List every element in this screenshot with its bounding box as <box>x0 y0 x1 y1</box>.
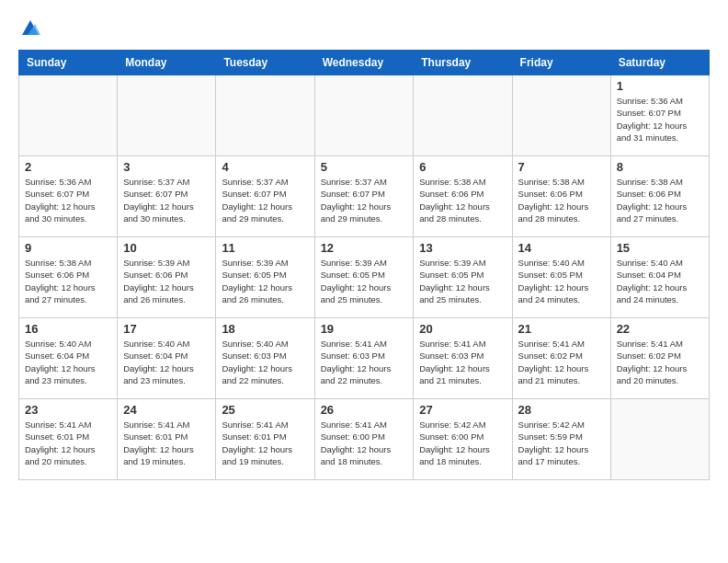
calendar-cell: 12Sunrise: 5:39 AM Sunset: 6:05 PM Dayli… <box>314 237 414 318</box>
day-info: Sunrise: 5:36 AM Sunset: 6:07 PM Dayligh… <box>617 95 703 144</box>
day-info: Sunrise: 5:38 AM Sunset: 6:06 PM Dayligh… <box>518 176 605 224</box>
day-info: Sunrise: 5:37 AM Sunset: 6:07 PM Dayligh… <box>321 176 408 224</box>
day-info: Sunrise: 5:41 AM Sunset: 6:00 PM Dayligh… <box>321 419 408 467</box>
calendar-cell: 13Sunrise: 5:39 AM Sunset: 6:05 PM Dayli… <box>414 237 512 318</box>
calendar-cell: 17Sunrise: 5:40 AM Sunset: 6:04 PM Dayli… <box>118 318 216 399</box>
calendar-cell: 4Sunrise: 5:37 AM Sunset: 6:07 PM Daylig… <box>216 156 314 237</box>
calendar-cell: 25Sunrise: 5:41 AM Sunset: 6:01 PM Dayli… <box>216 399 314 480</box>
day-number: 22 <box>617 322 703 336</box>
day-info: Sunrise: 5:38 AM Sunset: 6:06 PM Dayligh… <box>617 176 703 224</box>
day-number: 28 <box>518 403 605 417</box>
day-info: Sunrise: 5:42 AM Sunset: 5:59 PM Dayligh… <box>518 419 605 467</box>
day-number: 25 <box>222 403 308 417</box>
day-info: Sunrise: 5:42 AM Sunset: 6:00 PM Dayligh… <box>419 419 506 467</box>
day-info: Sunrise: 5:39 AM Sunset: 6:05 PM Dayligh… <box>321 257 408 305</box>
calendar-cell: 22Sunrise: 5:41 AM Sunset: 6:02 PM Dayli… <box>610 318 709 399</box>
calendar-cell: 21Sunrise: 5:41 AM Sunset: 6:02 PM Dayli… <box>512 318 610 399</box>
calendar-cell: 14Sunrise: 5:40 AM Sunset: 6:05 PM Dayli… <box>512 237 610 318</box>
calendar-header-row: SundayMondayTuesdayWednesdayThursdayFrid… <box>19 51 710 75</box>
day-info: Sunrise: 5:36 AM Sunset: 6:07 PM Dayligh… <box>25 176 111 224</box>
calendar-cell: 7Sunrise: 5:38 AM Sunset: 6:06 PM Daylig… <box>512 156 610 237</box>
day-info: Sunrise: 5:41 AM Sunset: 6:01 PM Dayligh… <box>222 419 308 467</box>
calendar-week-row: 9Sunrise: 5:38 AM Sunset: 6:06 PM Daylig… <box>19 237 710 318</box>
weekday-header: Monday <box>118 51 216 75</box>
day-number: 19 <box>321 322 408 336</box>
calendar-cell <box>216 75 314 156</box>
day-number: 27 <box>419 403 506 417</box>
day-info: Sunrise: 5:40 AM Sunset: 6:04 PM Dayligh… <box>25 338 111 386</box>
calendar-week-row: 1Sunrise: 5:36 AM Sunset: 6:07 PM Daylig… <box>19 75 710 156</box>
day-info: Sunrise: 5:38 AM Sunset: 6:06 PM Dayligh… <box>419 176 506 224</box>
calendar-cell: 3Sunrise: 5:37 AM Sunset: 6:07 PM Daylig… <box>118 156 216 237</box>
day-info: Sunrise: 5:37 AM Sunset: 6:07 PM Dayligh… <box>222 176 308 224</box>
calendar-week-row: 16Sunrise: 5:40 AM Sunset: 6:04 PM Dayli… <box>19 318 710 399</box>
calendar-cell: 28Sunrise: 5:42 AM Sunset: 5:59 PM Dayli… <box>512 399 610 480</box>
day-number: 20 <box>419 322 506 336</box>
day-info: Sunrise: 5:40 AM Sunset: 6:03 PM Dayligh… <box>222 338 308 386</box>
calendar-cell: 19Sunrise: 5:41 AM Sunset: 6:03 PM Dayli… <box>314 318 414 399</box>
logo-icon <box>20 18 40 37</box>
day-number: 10 <box>123 241 210 255</box>
day-number: 8 <box>617 160 703 174</box>
day-number: 21 <box>518 322 605 336</box>
day-number: 1 <box>617 79 703 93</box>
calendar-cell: 11Sunrise: 5:39 AM Sunset: 6:05 PM Dayli… <box>216 237 314 318</box>
calendar-week-row: 23Sunrise: 5:41 AM Sunset: 6:01 PM Dayli… <box>19 399 710 480</box>
calendar-cell: 8Sunrise: 5:38 AM Sunset: 6:06 PM Daylig… <box>610 156 709 237</box>
day-number: 17 <box>123 322 210 336</box>
day-number: 18 <box>222 322 308 336</box>
day-number: 26 <box>321 403 408 417</box>
day-number: 14 <box>518 241 605 255</box>
day-info: Sunrise: 5:40 AM Sunset: 6:04 PM Dayligh… <box>617 257 703 305</box>
calendar-cell <box>610 399 709 480</box>
day-info: Sunrise: 5:41 AM Sunset: 6:01 PM Dayligh… <box>123 419 210 467</box>
logo <box>18 18 40 35</box>
calendar-cell: 15Sunrise: 5:40 AM Sunset: 6:04 PM Dayli… <box>610 237 709 318</box>
day-info: Sunrise: 5:41 AM Sunset: 6:03 PM Dayligh… <box>419 338 506 386</box>
day-info: Sunrise: 5:40 AM Sunset: 6:04 PM Dayligh… <box>123 338 210 386</box>
calendar-cell <box>19 75 118 156</box>
calendar-cell: 2Sunrise: 5:36 AM Sunset: 6:07 PM Daylig… <box>19 156 118 237</box>
calendar-week-row: 2Sunrise: 5:36 AM Sunset: 6:07 PM Daylig… <box>19 156 710 237</box>
day-number: 3 <box>123 160 210 174</box>
calendar-cell: 23Sunrise: 5:41 AM Sunset: 6:01 PM Dayli… <box>19 399 118 480</box>
weekday-header: Wednesday <box>314 51 414 75</box>
day-number: 15 <box>617 241 703 255</box>
calendar-cell: 9Sunrise: 5:38 AM Sunset: 6:06 PM Daylig… <box>19 237 118 318</box>
calendar-cell: 16Sunrise: 5:40 AM Sunset: 6:04 PM Dayli… <box>19 318 118 399</box>
page-header <box>18 18 710 35</box>
calendar-cell: 20Sunrise: 5:41 AM Sunset: 6:03 PM Dayli… <box>414 318 512 399</box>
day-info: Sunrise: 5:41 AM Sunset: 6:03 PM Dayligh… <box>321 338 408 386</box>
day-number: 12 <box>321 241 408 255</box>
weekday-header: Sunday <box>19 51 118 75</box>
weekday-header: Thursday <box>414 51 512 75</box>
day-number: 23 <box>25 403 111 417</box>
calendar-cell: 5Sunrise: 5:37 AM Sunset: 6:07 PM Daylig… <box>314 156 414 237</box>
day-info: Sunrise: 5:39 AM Sunset: 6:06 PM Dayligh… <box>123 257 210 305</box>
day-number: 11 <box>222 241 308 255</box>
day-info: Sunrise: 5:41 AM Sunset: 6:01 PM Dayligh… <box>25 419 111 467</box>
day-info: Sunrise: 5:38 AM Sunset: 6:06 PM Dayligh… <box>25 257 111 305</box>
weekday-header: Saturday <box>610 51 709 75</box>
calendar-cell <box>118 75 216 156</box>
day-number: 7 <box>518 160 605 174</box>
day-info: Sunrise: 5:39 AM Sunset: 6:05 PM Dayligh… <box>222 257 308 305</box>
calendar-cell: 18Sunrise: 5:40 AM Sunset: 6:03 PM Dayli… <box>216 318 314 399</box>
day-number: 16 <box>25 322 111 336</box>
day-number: 5 <box>321 160 408 174</box>
weekday-header: Tuesday <box>216 51 314 75</box>
calendar-cell <box>512 75 610 156</box>
calendar-cell: 6Sunrise: 5:38 AM Sunset: 6:06 PM Daylig… <box>414 156 512 237</box>
calendar-cell: 26Sunrise: 5:41 AM Sunset: 6:00 PM Dayli… <box>314 399 414 480</box>
calendar-cell: 27Sunrise: 5:42 AM Sunset: 6:00 PM Dayli… <box>414 399 512 480</box>
calendar-cell: 1Sunrise: 5:36 AM Sunset: 6:07 PM Daylig… <box>610 75 709 156</box>
day-info: Sunrise: 5:41 AM Sunset: 6:02 PM Dayligh… <box>617 338 703 386</box>
day-number: 9 <box>25 241 111 255</box>
calendar-cell <box>414 75 512 156</box>
calendar-cell: 10Sunrise: 5:39 AM Sunset: 6:06 PM Dayli… <box>118 237 216 318</box>
day-number: 24 <box>123 403 210 417</box>
day-number: 2 <box>25 160 111 174</box>
weekday-header: Friday <box>512 51 610 75</box>
day-number: 13 <box>419 241 506 255</box>
day-info: Sunrise: 5:41 AM Sunset: 6:02 PM Dayligh… <box>518 338 605 386</box>
